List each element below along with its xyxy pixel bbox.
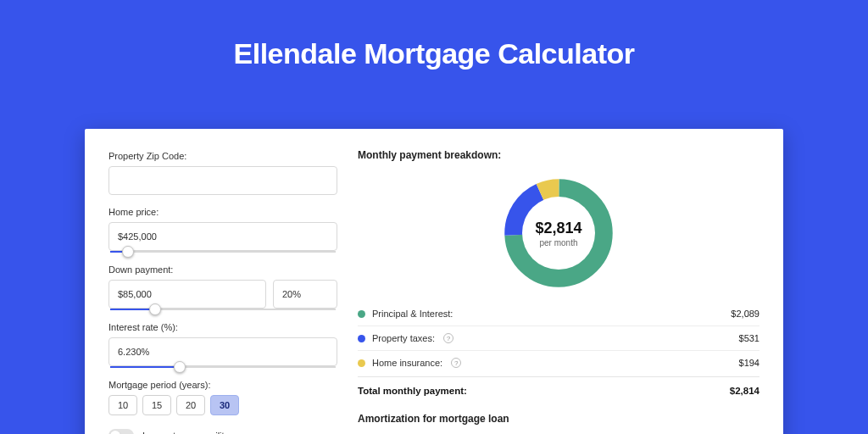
period-group: 10 15 20 30: [108, 395, 337, 415]
down-payment-input[interactable]: $85,000: [108, 280, 266, 309]
amortization-section: Amortization for mortgage loan Amortizat…: [358, 413, 760, 434]
veteran-toggle[interactable]: [108, 429, 134, 434]
legend-row-insurance: Home insurance: ? $194: [358, 351, 760, 375]
home-price-label: Home price:: [108, 207, 337, 217]
down-payment-slider-thumb[interactable]: [149, 303, 161, 315]
total-label: Total monthly payment:: [358, 386, 467, 396]
donut-center: $2,814 per month: [522, 197, 595, 270]
legend-value: $2,089: [731, 309, 760, 319]
donut-wrap: $2,814 per month: [358, 170, 760, 297]
veteran-row: I am veteran or military: [108, 429, 337, 434]
period-option-20[interactable]: 20: [176, 395, 205, 415]
legend-row-taxes: Property taxes: ? $531: [358, 326, 760, 351]
breakdown-header: Monthly payment breakdown:: [358, 149, 760, 161]
veteran-label: I am veteran or military: [142, 431, 237, 434]
amort-title: Amortization for mortgage loan: [358, 413, 760, 425]
period-option-10[interactable]: 10: [108, 395, 137, 415]
down-payment-label: Down payment:: [108, 264, 337, 275]
dot-icon: [358, 310, 365, 318]
donut-sub: per month: [539, 238, 577, 248]
legend-value: $531: [739, 333, 760, 343]
interest-rate-slider[interactable]: [110, 366, 336, 368]
legend-value: $194: [739, 358, 760, 368]
total-value: $2,814: [730, 386, 760, 396]
period-option-15[interactable]: 15: [142, 395, 171, 415]
dot-icon: [358, 335, 365, 342]
help-icon[interactable]: ?: [451, 358, 461, 368]
period-option-30[interactable]: 30: [210, 395, 239, 415]
period-label: Mortgage period (years):: [108, 380, 337, 390]
total-row: Total monthly payment: $2,814: [358, 376, 760, 408]
card-inner: Property Zip Code: Home price: $425,000 …: [85, 129, 783, 434]
form-column: Property Zip Code: Home price: $425,000 …: [108, 149, 337, 434]
home-price-slider[interactable]: [110, 251, 336, 253]
interest-rate-input[interactable]: 6.230%: [108, 337, 337, 366]
home-price-input[interactable]: $425,000: [108, 222, 337, 251]
zip-label: Property Zip Code:: [108, 151, 337, 161]
interest-rate-slider-thumb[interactable]: [174, 361, 186, 373]
donut-amount: $2,814: [535, 220, 581, 237]
legend-label: Principal & Interest:: [372, 309, 453, 319]
interest-rate-label: Interest rate (%):: [108, 322, 337, 332]
legend: Principal & Interest: $2,089 Property ta…: [358, 302, 760, 375]
page-background: Ellendale Mortgage Calculator Property Z…: [0, 0, 868, 434]
legend-label: Property taxes:: [372, 333, 435, 343]
home-price-slider-thumb[interactable]: [122, 246, 134, 258]
breakdown-column: Monthly payment breakdown: $2,814 per mo…: [358, 149, 760, 434]
page-title: Ellendale Mortgage Calculator: [0, 0, 868, 70]
dot-icon: [358, 359, 365, 367]
donut-chart: $2,814 per month: [504, 179, 613, 287]
down-payment-slider[interactable]: [110, 309, 336, 310]
legend-label: Home insurance:: [372, 358, 442, 368]
calculator-card: Property Zip Code: Home price: $425,000 …: [85, 129, 783, 434]
legend-row-principal: Principal & Interest: $2,089: [358, 302, 760, 326]
down-payment-pct-input[interactable]: 20%: [273, 280, 337, 309]
help-icon[interactable]: ?: [443, 333, 453, 343]
zip-input[interactable]: [108, 166, 337, 195]
